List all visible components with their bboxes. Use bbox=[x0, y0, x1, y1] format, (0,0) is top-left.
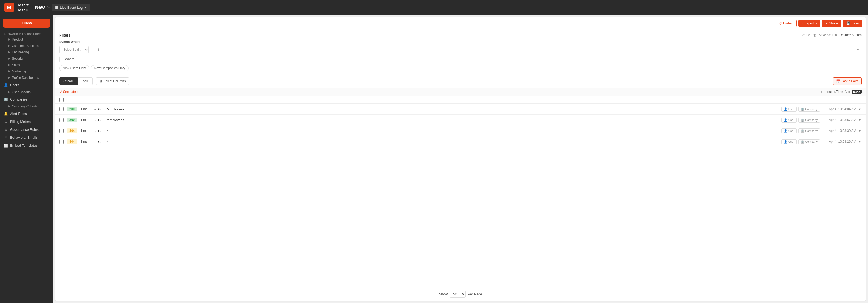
row-checkbox-2[interactable] bbox=[59, 129, 64, 133]
sidebar-item-governance-rules[interactable]: ⊛ Governance Rules bbox=[0, 126, 53, 134]
export-icon: ↑ bbox=[802, 22, 803, 25]
per-page-label: Per Page bbox=[468, 292, 482, 296]
select-all-checkbox[interactable] bbox=[59, 98, 64, 102]
see-latest-bar: ↺ See Latest ▼ request.Time Asc Desc bbox=[55, 88, 866, 96]
embed-button[interactable]: ⬡ Embed bbox=[776, 20, 797, 27]
sidebar-item-security[interactable]: Security bbox=[0, 55, 53, 62]
http-path: /employees bbox=[107, 107, 124, 111]
sidebar-item-profile-dashboards[interactable]: Profile Dashboards bbox=[0, 75, 53, 81]
share-icon: ⤢ bbox=[825, 22, 828, 25]
new-button[interactable]: + New bbox=[3, 19, 50, 28]
status-badge-3: 404 bbox=[67, 139, 78, 144]
breadcrumb: New > ☰ Live Event Log ▾ bbox=[35, 4, 90, 11]
save-button[interactable]: 💾 Save bbox=[843, 20, 862, 27]
event-time-1: Apr 4, 10:03:57 AM bbox=[822, 118, 856, 122]
http-method: GET bbox=[98, 129, 105, 133]
last-7-days-button[interactable]: 📅 Last 7 Days bbox=[833, 78, 862, 85]
http-method: GET bbox=[98, 140, 105, 144]
row-checkbox-3[interactable] bbox=[59, 140, 64, 144]
new-companies-only-toggle[interactable]: New Companies Only bbox=[91, 65, 128, 72]
where-button[interactable]: + Where bbox=[59, 56, 78, 62]
table-row[interactable]: 200 1 ms → GET /employees 👤 User 🏢 Compa… bbox=[55, 104, 866, 115]
company-chip-3: 🏢 Company bbox=[798, 139, 820, 144]
row-checkbox-0[interactable] bbox=[59, 107, 64, 111]
table-row[interactable]: 404 1 ms → GET / 👤 User 🏢 Company Apr 4,… bbox=[55, 126, 866, 136]
table-row[interactable]: 404 1 ms → GET / 👤 User 🏢 Company Apr 4,… bbox=[55, 136, 866, 147]
per-page-select[interactable]: 50 25 100 250 bbox=[450, 291, 466, 298]
sidebar-item-users[interactable]: 👤 Users bbox=[0, 81, 53, 89]
user-chip-1: 👤 User bbox=[781, 117, 797, 122]
status-badge-2: 404 bbox=[67, 129, 78, 133]
panel-footer: Show 50 25 100 250 Per Page bbox=[55, 287, 866, 301]
user-icon: 👤 bbox=[784, 140, 787, 143]
select-columns-button[interactable]: ⊞ Select Columns bbox=[96, 78, 129, 85]
sidebar-item-billing-meters[interactable]: ⊙ Billing Meters bbox=[0, 117, 53, 126]
expand-button-1[interactable]: ▾ bbox=[858, 117, 862, 122]
export-chevron: ▾ bbox=[815, 22, 817, 25]
app-name: Test bbox=[17, 3, 29, 7]
event-method-3: → GET / bbox=[93, 140, 778, 144]
view-tab-group: Stream Table bbox=[59, 78, 93, 85]
sidebar-item-embed-templates[interactable]: ⬜ Embed Templates bbox=[0, 141, 53, 149]
sort-field: request.Time bbox=[825, 90, 843, 94]
stream-controls: Stream Table ⊞ Select Columns 📅 Last 7 D… bbox=[55, 75, 866, 88]
table-header bbox=[55, 96, 866, 104]
sidebar-item-customer-success[interactable]: Customer Success bbox=[0, 43, 53, 49]
export-button[interactable]: ↑ Export ▾ bbox=[798, 20, 820, 27]
calendar-icon: 📅 bbox=[836, 79, 840, 83]
sidebar-item-engineering[interactable]: Engineering bbox=[0, 49, 53, 55]
events-where-label: Events Where bbox=[59, 40, 862, 44]
sidebar-item-company-cohorts[interactable]: Company Cohorts bbox=[0, 103, 53, 110]
filter-toggle-row: New Users Only New Companies Only bbox=[59, 65, 862, 72]
show-label: Show bbox=[439, 292, 448, 296]
save-search-button[interactable]: Save Search bbox=[819, 33, 837, 37]
user-icon: 👤 bbox=[784, 129, 787, 133]
filter-field-select[interactable]: Select field... bbox=[59, 46, 89, 53]
filter-dots[interactable]: ··· bbox=[91, 48, 94, 52]
email-icon: ✉ bbox=[4, 135, 8, 140]
expand-button-0[interactable]: ▾ bbox=[858, 106, 862, 112]
panel-toolbar: ⬡ Embed ↑ Export ▾ ⤢ Share 💾 Save bbox=[55, 17, 866, 30]
tab-table[interactable]: Table bbox=[78, 78, 93, 85]
expand-button-2[interactable]: ▾ bbox=[858, 128, 862, 134]
app-sub-name: Test ⊕ bbox=[17, 8, 29, 12]
duration-2: 1 ms bbox=[81, 129, 90, 133]
tab-stream[interactable]: Stream bbox=[59, 78, 78, 85]
building-icon: 🏢 bbox=[801, 107, 804, 111]
filter-plus-or[interactable]: + OR bbox=[854, 49, 862, 52]
method-arrow-icon: → bbox=[93, 118, 96, 122]
restore-search-button[interactable]: Restore Search bbox=[840, 33, 862, 37]
sidebar: + New ⊞ Saved Dashboards Product Custome… bbox=[0, 15, 53, 303]
sort-desc-badge: Desc bbox=[851, 90, 862, 94]
duration-1: 1 ms bbox=[81, 118, 90, 122]
live-event-log-btn[interactable]: ☰ Live Event Log ▾ bbox=[52, 4, 90, 11]
http-method: GET bbox=[98, 118, 105, 122]
companies-icon: 🏢 bbox=[4, 97, 8, 101]
sidebar-item-alert-rules[interactable]: 🔔 Alert Rules bbox=[0, 110, 53, 117]
create-tag-button[interactable]: Create Tag bbox=[800, 33, 816, 37]
http-path: /employees bbox=[107, 118, 124, 122]
event-meta-2: 👤 User 🏢 Company Apr 4, 10:03:39 AM ▾ bbox=[781, 128, 862, 134]
event-time-2: Apr 4, 10:03:39 AM bbox=[822, 129, 856, 133]
table-row[interactable]: 200 1 ms → GET /employees 👤 User 🏢 Compa… bbox=[55, 115, 866, 126]
see-latest-button[interactable]: ↺ See Latest bbox=[59, 90, 78, 94]
embed-icon-btn: ⬡ bbox=[779, 22, 782, 25]
refresh-icon: ↺ bbox=[59, 90, 62, 94]
sidebar-item-user-cohorts[interactable]: User Cohorts bbox=[0, 89, 53, 95]
sidebar-item-marketing[interactable]: Marketing bbox=[0, 68, 53, 75]
method-arrow-icon: → bbox=[93, 140, 96, 144]
expand-button-3[interactable]: ▾ bbox=[858, 139, 862, 144]
filters-section: Filters Create Tag Save Search Restore S… bbox=[55, 30, 866, 75]
dashboard-icon: ⊞ bbox=[4, 32, 6, 36]
sidebar-item-companies[interactable]: 🏢 Companies bbox=[0, 95, 53, 103]
share-button[interactable]: ⤢ Share bbox=[822, 20, 841, 27]
billing-icon: ⊙ bbox=[4, 119, 8, 123]
sidebar-item-product[interactable]: Product bbox=[0, 36, 53, 43]
sidebar-item-behavioral-emails[interactable]: ✉ Behavioral Emails bbox=[0, 134, 53, 141]
sidebar-item-sales[interactable]: Sales bbox=[0, 62, 53, 68]
save-icon: 💾 bbox=[846, 22, 850, 25]
filter-trash[interactable]: 🗑 bbox=[96, 48, 100, 52]
alert-icon: 🔔 bbox=[4, 111, 8, 116]
new-users-only-toggle[interactable]: New Users Only bbox=[59, 65, 89, 72]
row-checkbox-1[interactable] bbox=[59, 118, 64, 122]
